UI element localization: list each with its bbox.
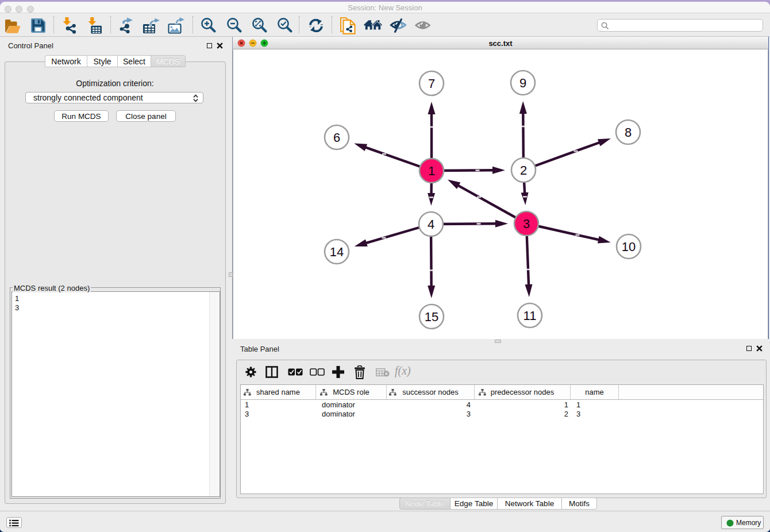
svg-text:7: 7 <box>428 76 435 91</box>
svg-text:9: 9 <box>519 76 526 90</box>
svg-text:4: 4 <box>428 217 434 232</box>
svg-text:15: 15 <box>425 310 438 324</box>
svg-text:8: 8 <box>625 125 632 140</box>
svg-text:11: 11 <box>523 309 537 323</box>
svg-text:10: 10 <box>622 240 636 254</box>
svg-text:2: 2 <box>520 163 527 178</box>
svg-text:1: 1 <box>428 164 435 178</box>
svg-text:14: 14 <box>330 245 344 259</box>
svg-text:3: 3 <box>523 217 530 231</box>
svg-text:6: 6 <box>333 130 340 145</box>
